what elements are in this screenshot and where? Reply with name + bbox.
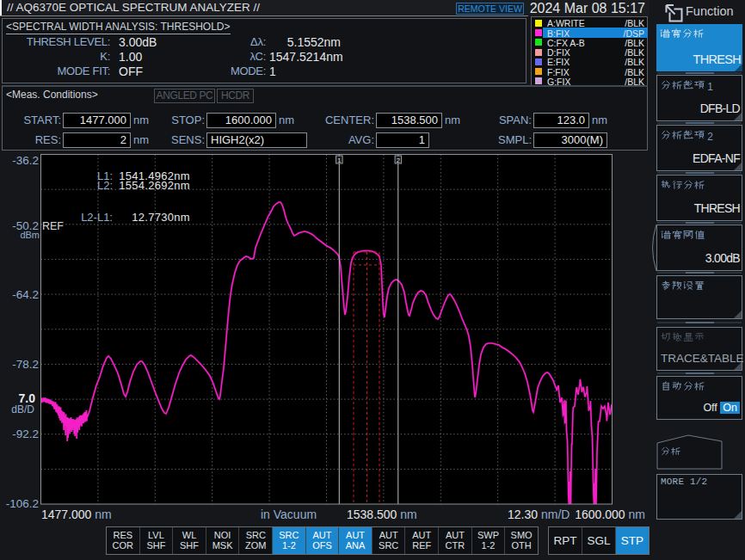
svg-text:2: 2 bbox=[397, 157, 400, 164]
svg-text:1: 1 bbox=[337, 157, 341, 164]
